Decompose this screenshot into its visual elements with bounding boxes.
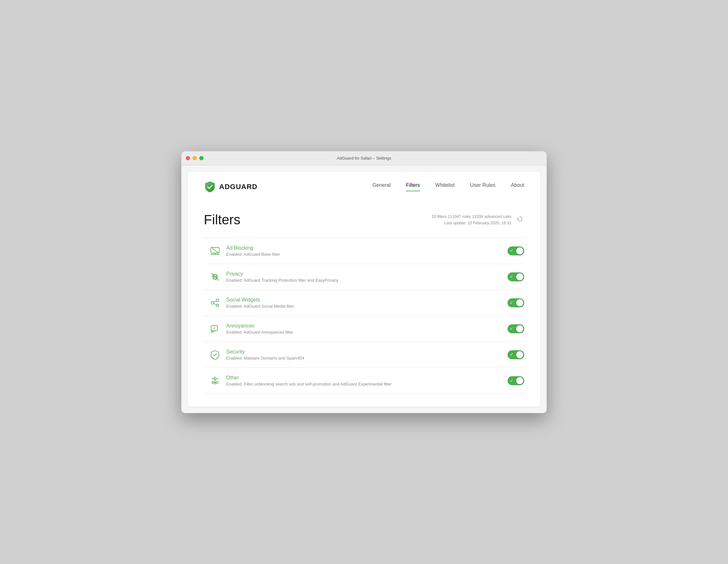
filter-row-privacy: Privacy Enabled: AdGuard Tracking Protec… (204, 264, 524, 290)
filter-name-ad-blocking: Ad Blocking (226, 245, 499, 251)
filter-row-ad-blocking: Ad Blocking Enabled: AdGuard Base filter… (204, 238, 524, 264)
main-content: ADGUARD General Filters Whitelist User R… (188, 172, 540, 407)
main-nav: General Filters Whitelist User Rules Abo… (372, 182, 524, 191)
nav-item-whitelist[interactable]: Whitelist (435, 182, 455, 191)
toggle-knob (516, 299, 523, 306)
toggle-check-icon: ✓ (510, 248, 513, 253)
filter-desc-annoyances: Enabled: AdGuard Annoyances filter (226, 330, 499, 335)
page-body: Filters 10 filters 111047 rules 13338 ad… (188, 199, 540, 394)
filter-desc-other: Enabled: Filter unblocking search ads an… (226, 382, 499, 386)
page-header: Filters 10 filters 111047 rules 13338 ad… (204, 212, 524, 228)
svg-line-11 (214, 301, 216, 302)
toggle-check-icon: ✓ (510, 352, 513, 357)
toggle-check-icon: ✓ (510, 326, 513, 331)
svg-point-20 (212, 382, 214, 384)
svg-point-19 (214, 378, 216, 380)
update-info: 10 filters 111047 rules 13338 advanced r… (432, 213, 511, 226)
filter-toggle-other[interactable]: ✓ (508, 376, 524, 385)
toggle-knob (516, 247, 523, 254)
nav-item-user-rules[interactable]: User Rules (470, 182, 495, 191)
header: ADGUARD General Filters Whitelist User R… (188, 172, 540, 199)
toggle-knob (516, 377, 523, 384)
toggle-knob (516, 325, 523, 332)
app-window: AdGuard for Safari – Settings (181, 151, 547, 413)
filter-name-annoyances: Annoyances (226, 323, 499, 329)
svg-line-12 (214, 303, 216, 305)
filter-list: Ad Blocking Enabled: AdGuard Base filter… (204, 238, 524, 394)
adguard-logo-icon (204, 181, 216, 193)
svg-point-15 (214, 327, 215, 328)
titlebar: AdGuard for Safari – Settings (181, 151, 547, 165)
last-update: Last update: 10 February 2020, 16:31 (432, 220, 511, 226)
filter-toggle-privacy[interactable]: ✓ (508, 272, 524, 281)
filter-info-privacy: Privacy Enabled: AdGuard Tracking Protec… (226, 271, 499, 283)
filter-info-social-widgets: Social Widgets Enabled: AdGuard Social M… (226, 297, 499, 309)
filter-icon-wrap-ad-blocking (204, 246, 226, 256)
svg-point-21 (216, 382, 218, 384)
logo: ADGUARD (204, 181, 257, 193)
svg-point-9 (211, 302, 214, 304)
nav-item-general[interactable]: General (372, 182, 391, 191)
filter-desc-security: Enabled: Malware Domains and Spam404 (226, 356, 499, 361)
logo-text: ADGUARD (219, 183, 257, 191)
filter-name-privacy: Privacy (226, 271, 499, 277)
maximize-button[interactable] (199, 156, 203, 160)
filter-info-annoyances: Annoyances Enabled: AdGuard Annoyances f… (226, 323, 499, 335)
filter-name-other: Other (226, 375, 499, 381)
svg-line-3 (211, 247, 219, 253)
filter-toggle-social-widgets[interactable]: ✓ (508, 298, 524, 307)
privacy-icon (210, 272, 220, 282)
toggle-check-icon: ✓ (510, 300, 513, 305)
security-icon (210, 350, 220, 360)
filter-row-other: Other Enabled: Filter unblocking search … (204, 368, 524, 394)
toggle-knob (516, 273, 523, 280)
toggle-check-icon: ✓ (510, 274, 513, 279)
filter-desc-ad-blocking: Enabled: AdGuard Base filter (226, 252, 499, 257)
refresh-icon (517, 216, 523, 222)
toggle-knob (516, 351, 523, 358)
page-title: Filters (204, 212, 432, 228)
toggle-check-icon: ✓ (510, 378, 513, 383)
filter-toggle-annoyances[interactable]: ✓ (508, 324, 524, 333)
filter-icon-wrap-security (204, 350, 226, 360)
filter-row-security: Security Enabled: Malware Domains and Sp… (204, 342, 524, 368)
filter-icon-wrap-annoyances (204, 324, 226, 334)
minimize-button[interactable] (193, 156, 197, 160)
nav-item-filters[interactable]: Filters (406, 182, 420, 191)
filter-toggle-ad-blocking[interactable]: ✓ (508, 246, 524, 255)
filter-desc-privacy: Enabled: AdGuard Tracking Protection fil… (226, 278, 499, 283)
filter-toggle-wrap-security: ✓ (499, 350, 524, 359)
svg-point-8 (216, 299, 219, 302)
filter-icon-wrap-privacy (204, 272, 226, 282)
filter-name-social-widgets: Social Widgets (226, 297, 499, 303)
filter-row-social-widgets: Social Widgets Enabled: AdGuard Social M… (204, 290, 524, 316)
svg-point-10 (216, 304, 219, 307)
annoyances-icon (210, 324, 220, 334)
filter-info-other: Other Enabled: Filter unblocking search … (226, 375, 499, 386)
filter-desc-social-widgets: Enabled: AdGuard Social Media filter (226, 304, 499, 309)
filter-info-ad-blocking: Ad Blocking Enabled: AdGuard Base filter (226, 245, 499, 257)
close-button[interactable] (186, 156, 190, 160)
ad-blocking-icon (210, 246, 220, 256)
filter-name-security: Security (226, 349, 499, 355)
nav-item-about[interactable]: About (511, 182, 524, 191)
filter-info-security: Security Enabled: Malware Domains and Sp… (226, 349, 499, 361)
filter-icon-wrap-other (204, 376, 226, 386)
other-icon (210, 376, 220, 386)
social-widgets-icon (210, 298, 220, 308)
filter-row-annoyances: Annoyances Enabled: AdGuard Annoyances f… (204, 316, 524, 342)
filter-toggle-wrap-social-widgets: ✓ (499, 298, 524, 307)
filter-toggle-wrap-privacy: ✓ (499, 272, 524, 281)
refresh-button[interactable] (515, 214, 524, 225)
filter-toggle-wrap-other: ✓ (499, 376, 524, 385)
filter-toggle-wrap-annoyances: ✓ (499, 324, 524, 333)
traffic-lights (186, 156, 203, 160)
filter-icon-wrap-social-widgets (204, 298, 226, 308)
filter-toggle-security[interactable]: ✓ (508, 350, 524, 359)
filter-toggle-wrap-ad-blocking: ✓ (499, 246, 524, 255)
window-title: AdGuard for Safari – Settings (337, 156, 391, 161)
update-stats: 10 filters 111047 rules 13338 advanced r… (432, 213, 511, 220)
